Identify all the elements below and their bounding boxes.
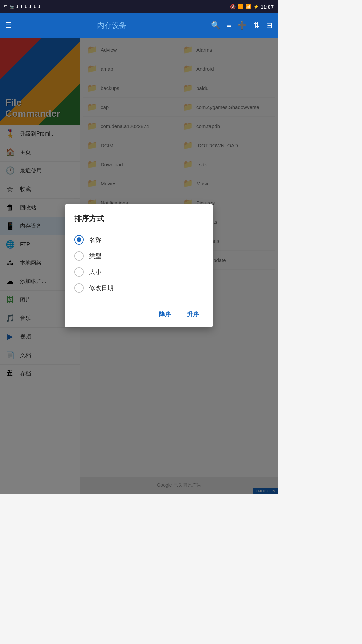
radio-size[interactable] — [74, 267, 84, 277]
battery-icon: ⚡ — [253, 4, 259, 9]
download3-icon: ⬇ — [24, 5, 27, 9]
radio-label-name: 名称 — [89, 236, 101, 244]
filter-icon[interactable]: ⊟ — [266, 21, 272, 30]
mute-icon: 🔇 — [230, 4, 236, 9]
dialog-title: 排序方式 — [74, 214, 203, 224]
radio-option-date[interactable]: 修改日期 — [74, 280, 203, 296]
top-bar: ☰ 内存设备 🔍 ≡ ➕ ⇅ ⊟ — [0, 13, 278, 38]
radio-label-date: 修改日期 — [89, 284, 113, 292]
wifi-icon: 📶 — [238, 4, 243, 9]
dialog-overlay[interactable]: 排序方式 名称 类型 大小 修改日期 降序 升序 — [0, 38, 278, 494]
status-bar: 🛡 📷 ⬇ ⬇ ⬇ ⬇ ⬇ ⬇ 🔇 📶 📶 ⚡ 11:07 — [0, 0, 278, 13]
ascending-button[interactable]: 升序 — [183, 308, 203, 320]
add-folder-icon[interactable]: ➕ — [238, 21, 247, 30]
radio-name[interactable] — [74, 235, 84, 245]
download6-icon: ⬇ — [38, 5, 41, 9]
radio-option-size[interactable]: 大小 — [74, 264, 203, 280]
menu-icon[interactable]: ☰ — [5, 21, 12, 30]
sort-dialog: 排序方式 名称 类型 大小 修改日期 降序 升序 — [65, 204, 213, 327]
search-icon[interactable]: 🔍 — [211, 21, 220, 30]
sort-az-icon[interactable]: ⇅ — [253, 21, 259, 30]
download2-icon: ⬇ — [20, 5, 23, 9]
radio-option-name[interactable]: 名称 — [74, 232, 203, 248]
photo-icon: 📷 — [10, 5, 14, 9]
status-time: 11:07 — [261, 4, 274, 10]
dialog-actions: 降序 升序 — [74, 304, 203, 320]
main-layout: File Commander 🎖️ 升级到Premi... 🏠 主页 🕐 最近使… — [0, 38, 278, 494]
signal-icon: 📶 — [245, 4, 251, 9]
status-left-icons: 🛡 📷 ⬇ ⬇ ⬇ ⬇ ⬇ ⬇ — [4, 4, 41, 9]
download-icon: ⬇ — [16, 5, 19, 9]
list-view-icon[interactable]: ≡ — [227, 21, 231, 30]
download4-icon: ⬇ — [29, 5, 32, 9]
page-title: 内存设备 — [19, 20, 204, 31]
download5-icon: ⬇ — [33, 5, 36, 9]
descending-button[interactable]: 降序 — [155, 308, 175, 320]
radio-option-type[interactable]: 类型 — [74, 248, 203, 264]
radio-type[interactable] — [74, 251, 84, 261]
status-right-icons: 🔇 📶 📶 ⚡ 11:07 — [230, 4, 274, 10]
radio-label-type: 类型 — [89, 252, 101, 260]
radio-date[interactable] — [74, 283, 84, 293]
radio-label-size: 大小 — [89, 268, 101, 276]
shield-icon: 🛡 — [4, 4, 8, 9]
